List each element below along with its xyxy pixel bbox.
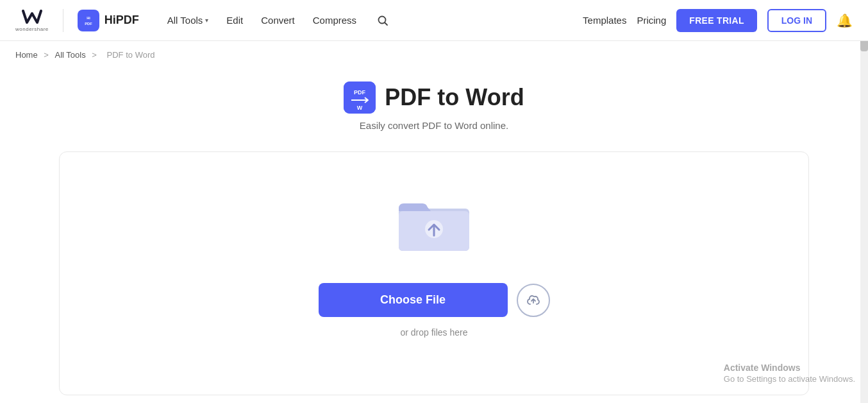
hipdf-badge[interactable]: Hi PDF HiPDF [78, 10, 139, 31]
page-header: PDF W PDF to Word Easily convert PDF to … [26, 81, 842, 131]
header: wondershare Hi PDF HiPDF All Tools ▾ Edi… [0, 0, 868, 41]
svg-text:Hi: Hi [87, 16, 90, 20]
upload-actions: Choose File [319, 283, 550, 317]
svg-point-3 [379, 16, 386, 23]
page-icon: PDF W [344, 81, 376, 114]
breadcrumb: Home > All Tools > PDF to Word [0, 41, 868, 69]
upload-area: Choose File or drop files here [59, 151, 809, 395]
wondershare-icon [21, 8, 44, 26]
cloud-upload-button[interactable] [517, 284, 550, 317]
main-content: PDF W PDF to Word Easily convert PDF to … [0, 69, 868, 403]
breadcrumb-sep-2: > [92, 50, 99, 60]
nav-edit[interactable]: Edit [219, 10, 251, 31]
nav-right: Templates Pricing FREE TRIAL LOG IN 🔔 [583, 9, 853, 32]
nav-pricing[interactable]: Pricing [637, 15, 666, 26]
nav-convert[interactable]: Convert [253, 10, 303, 31]
nav-compress[interactable]: Compress [305, 10, 364, 31]
folder-illustration [396, 191, 472, 257]
search-button[interactable] [372, 10, 394, 31]
svg-text:PDF: PDF [354, 89, 366, 96]
page-title: PDF to Word [385, 84, 524, 111]
page-subtitle: Easily convert PDF to Word online. [26, 120, 842, 131]
breadcrumb-all-tools[interactable]: All Tools [55, 50, 86, 60]
hipdf-icon: Hi PDF [78, 10, 99, 31]
scrollbar[interactable] [860, 0, 868, 403]
breadcrumb-sep-1: > [44, 50, 51, 60]
choose-file-button[interactable]: Choose File [319, 283, 508, 317]
logo-area: wondershare Hi PDF HiPDF [15, 8, 139, 32]
cloud-upload-icon [526, 293, 541, 308]
svg-rect-0 [79, 12, 97, 30]
breadcrumb-current: PDF to Word [107, 50, 155, 60]
drop-text: or drop files here [400, 327, 467, 338]
search-icon [377, 15, 388, 26]
pdf-to-word-icon: PDF W [344, 81, 376, 114]
wondershare-text: wondershare [15, 26, 49, 32]
main-nav: All Tools ▾ Edit Convert Compress [160, 10, 394, 31]
svg-text:W: W [357, 105, 363, 111]
breadcrumb-home[interactable]: Home [15, 50, 38, 60]
page-title-row: PDF W PDF to Word [26, 81, 842, 114]
svg-line-4 [385, 22, 388, 25]
notification-bell[interactable]: 🔔 [837, 13, 853, 28]
free-trial-button[interactable]: FREE TRIAL [676, 9, 756, 32]
header-divider [63, 9, 63, 32]
wondershare-logo[interactable]: wondershare [15, 8, 49, 32]
hipdf-name: HiPDF [104, 13, 139, 27]
svg-text:PDF: PDF [85, 21, 92, 25]
all-tools-arrow: ▾ [205, 17, 208, 24]
nav-all-tools[interactable]: All Tools ▾ [160, 10, 217, 31]
nav-templates[interactable]: Templates [583, 15, 626, 26]
hipdf-svg: Hi PDF [79, 12, 97, 30]
login-button[interactable]: LOG IN [767, 9, 826, 32]
folder-icon [396, 191, 472, 255]
